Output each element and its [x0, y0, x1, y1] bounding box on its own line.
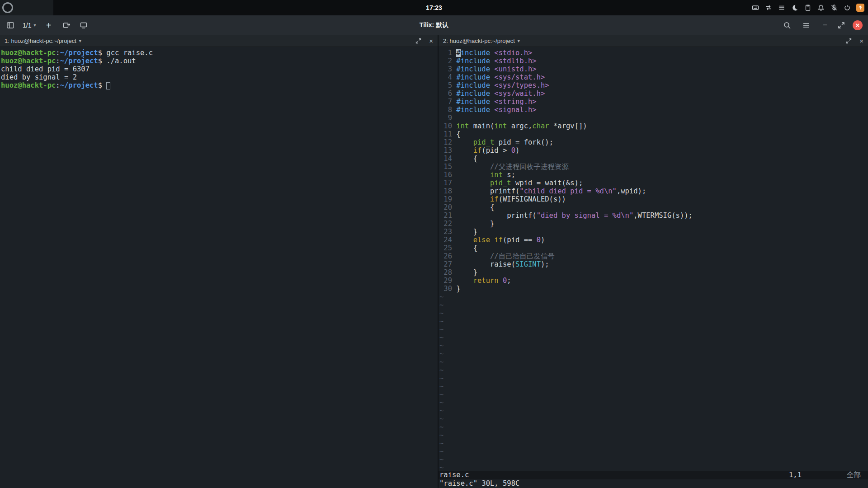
new-terminal-right-icon[interactable]	[61, 20, 71, 30]
code-line: 10int main(int argc,char *argv[])	[439, 122, 867, 130]
vim-empty-line: ~	[439, 366, 867, 374]
tilix-titlebar[interactable]: 1/1 ▾ + Tilix: 默认 − ×	[0, 15, 868, 35]
maximize-pane-icon[interactable]	[415, 38, 422, 44]
pane-1-header[interactable]: 1: huoz@hackt-pc:~/project ▾ ×	[0, 35, 438, 47]
code-line: 8#include <signal.h>	[439, 106, 867, 114]
vim-empty-line: ~	[439, 431, 867, 439]
terminal-line: huoz@hackt-pc:~/project$ ./a.out	[1, 57, 437, 65]
minimize-button[interactable]: −	[820, 20, 830, 30]
vim-empty-line: ~	[439, 407, 867, 415]
notification-icon[interactable]	[817, 4, 825, 12]
new-window-icon[interactable]	[79, 20, 89, 30]
night-light-icon[interactable]	[791, 4, 799, 12]
power-icon[interactable]	[843, 4, 851, 12]
clipboard-icon[interactable]	[804, 4, 812, 12]
pane-2-title[interactable]: 2: huoz@hackt-pc:~/project ▾	[443, 38, 520, 44]
close-pane-icon[interactable]: ×	[859, 38, 863, 44]
pane-1-title[interactable]: 1: huoz@hackt-pc:~/project ▾	[5, 38, 81, 44]
code-line: 21 printf("died by signal = %d\n",WTERMS…	[439, 211, 867, 220]
system-tray	[751, 4, 868, 12]
line-number: 2	[439, 57, 452, 65]
line-number: 6	[439, 89, 452, 98]
vim-statusline: raise.c 1,1 全部	[439, 471, 868, 479]
clock[interactable]: 17:23	[426, 4, 442, 11]
code-line: 22 }	[439, 220, 867, 228]
microphone-muted-icon[interactable]	[830, 4, 838, 12]
code-line: 12 pid_t pid = fork();	[439, 138, 867, 146]
new-session-button[interactable]: +	[43, 20, 54, 30]
chevron-down-icon: ▾	[518, 38, 520, 43]
line-number: 1	[439, 49, 452, 57]
line-number: 12	[439, 138, 452, 146]
vim-empty-line: ~	[439, 342, 867, 350]
code-line: 30}	[439, 285, 867, 293]
line-number: 24	[439, 236, 452, 244]
pane-2-header[interactable]: 2: huoz@hackt-pc:~/project ▾ ×	[439, 35, 868, 47]
session-selector[interactable]: 1/1 ▾	[23, 22, 36, 29]
line-number: 27	[439, 260, 452, 268]
vim-empty-line: ~	[439, 309, 867, 317]
line-number: 7	[439, 98, 452, 106]
window-controls: − ×	[820, 20, 863, 30]
search-icon[interactable]	[782, 20, 792, 30]
vim-empty-line: ~	[439, 382, 867, 390]
chevron-down-icon: ▾	[33, 23, 36, 28]
code-line: 29 return 0;	[439, 277, 867, 285]
line-number: 17	[439, 179, 452, 187]
line-number: 3	[439, 65, 452, 73]
keyboard-icon[interactable]	[751, 4, 760, 12]
hamburger-menu-icon[interactable]	[801, 20, 811, 30]
close-pane-icon[interactable]: ×	[429, 38, 433, 44]
line-number: 16	[439, 171, 452, 179]
code-line: 20 {	[439, 203, 867, 211]
vim-empty-line: ~	[439, 415, 867, 423]
vim-empty-line: ~	[439, 455, 867, 464]
vim-empty-line: ~	[439, 301, 867, 309]
terminal-pane-1: 1: huoz@hackt-pc:~/project ▾ × huoz@hack…	[0, 35, 438, 488]
code-line: 14 {	[439, 155, 867, 163]
line-number: 21	[439, 211, 452, 220]
code-line: 16 int s;	[439, 171, 867, 179]
code-line: 18 printf("child died pid = %d\n",wpid);	[439, 187, 867, 195]
terminal-line: child died pid = 6307	[1, 65, 437, 73]
chevron-down-icon: ▾	[79, 38, 81, 43]
session-sidebar-icon[interactable]	[5, 20, 15, 30]
terminal-1-screen[interactable]: huoz@hackt-pc:~/project$ gcc raise.chuoz…	[0, 47, 438, 488]
code-line: 11{	[439, 130, 867, 138]
network-transfer-icon[interactable]	[764, 4, 773, 12]
activities-corner[interactable]	[0, 0, 53, 15]
menu-lines-icon[interactable]	[778, 4, 786, 12]
line-number: 5	[439, 81, 452, 89]
line-number: 20	[439, 203, 452, 211]
line-number: 11	[439, 130, 452, 138]
line-number: 14	[439, 155, 452, 163]
vim-empty-line: ~	[439, 464, 867, 471]
vim-buffer[interactable]: 1#include <stdio.h>2#include <stdlib.h>3…	[439, 47, 868, 471]
code-line: 7#include <string.h>	[439, 98, 867, 106]
code-line: 1#include <stdio.h>	[439, 49, 867, 57]
distro-logo-icon[interactable]	[2, 2, 13, 13]
screen: 17:23	[0, 0, 868, 488]
code-line: 4#include <sys/stat.h>	[439, 73, 867, 81]
vim-empty-line: ~	[439, 390, 867, 399]
maximize-pane-icon[interactable]	[845, 38, 852, 44]
code-line: 5#include <sys/types.h>	[439, 81, 867, 89]
code-line: 23 }	[439, 228, 867, 236]
line-number: 23	[439, 228, 452, 236]
terminal-2-screen[interactable]: 1#include <stdio.h>2#include <stdlib.h>3…	[439, 47, 868, 488]
code-line: 13 if(pid > 0)	[439, 146, 867, 155]
code-line: 17 pid_t wpid = wait(&s);	[439, 179, 867, 187]
line-number: 13	[439, 146, 452, 155]
titlebar-right-controls: − ×	[782, 20, 868, 30]
vim-message-line: "raise.c" 30L, 598C	[439, 479, 868, 488]
vim-empty-line: ~	[439, 350, 867, 358]
close-button[interactable]: ×	[853, 20, 863, 30]
software-update-badge[interactable]	[856, 4, 864, 12]
line-number: 29	[439, 277, 452, 285]
terminal-line: died by signal = 2	[1, 73, 437, 81]
vim-empty-line: ~	[439, 358, 867, 366]
terminal-pane-2: 2: huoz@hackt-pc:~/project ▾ × 1#include…	[439, 35, 868, 488]
line-number: 15	[439, 163, 452, 171]
code-line: 28 }	[439, 268, 867, 277]
maximize-button[interactable]	[836, 20, 846, 30]
